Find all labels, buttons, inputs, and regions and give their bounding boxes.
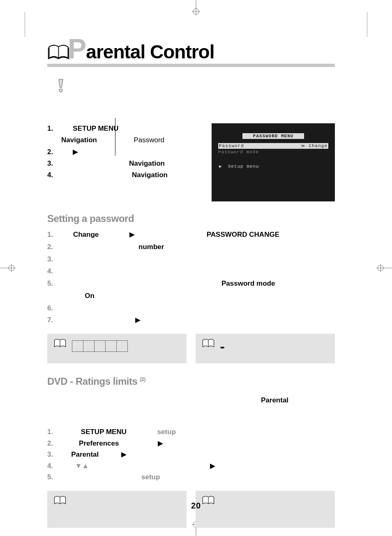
tv-setup-menu-label: Setup menu <box>228 164 259 169</box>
corner-mark <box>25 12 25 37</box>
number-word: number <box>138 243 164 251</box>
parental-word: Parental <box>71 451 99 458</box>
step-number: 3. <box>47 449 61 460</box>
step-text: number <box>65 241 335 253</box>
note-box-right: ➨ <box>196 334 335 363</box>
step-number: 1. <box>47 229 61 241</box>
page-title-row: Parental Control <box>47 39 335 63</box>
step-number: 5. <box>47 472 61 483</box>
crop-mark-right <box>376 260 392 276</box>
step-text: Navigation <box>61 170 183 180</box>
on-word: On <box>85 292 95 300</box>
navigation-word: Navigation <box>132 171 168 179</box>
parental-word: Parental <box>261 396 288 404</box>
step-text: ▶ <box>61 147 183 157</box>
page-content: Parental Control 1. SETUP MENU Navigatio… <box>47 39 335 528</box>
svg-point-17 <box>59 89 62 92</box>
step-number: 4. <box>47 170 57 180</box>
tv-row-password: Password ≫ Change <box>218 143 328 149</box>
step-text: SETUP MENU <box>61 123 183 134</box>
step-text: Navigation Password <box>61 135 183 146</box>
step-number: 6. <box>47 302 61 314</box>
password-steps: 1. Change ▶ PASSWORD CHANGE 2. number 3.… <box>47 229 335 326</box>
title-rest: arental Control <box>86 41 214 62</box>
note-box-left <box>47 491 187 528</box>
page-number: 20 <box>191 501 201 511</box>
arrow-right-icon: ➨ <box>220 344 225 351</box>
right-arrow-icon: ▶ <box>158 439 163 447</box>
change-word: Change <box>73 231 99 238</box>
setup-key: setup <box>141 473 160 481</box>
navigation-word: Navigation <box>61 136 97 144</box>
setup-key: setup <box>157 428 176 436</box>
step-text: Parental ▶ <box>65 449 335 460</box>
step-text: setup <box>65 472 335 483</box>
step-text: Preferences ▶ <box>65 438 335 449</box>
vertical-line <box>115 118 115 156</box>
note-row-1: ➨ <box>47 334 335 363</box>
book-icon <box>53 338 67 349</box>
book-icon <box>201 495 215 506</box>
tv-screenshot: PASSWORD MENU Password ≫ Change Password… <box>212 123 335 201</box>
right-arrow-icon: ▶ <box>121 451 127 458</box>
preferences-word: Preferences <box>79 439 119 447</box>
step-number: 7. <box>47 314 61 326</box>
step-number: 3. <box>47 253 61 266</box>
tv-menu-title: PASSWORD MENU <box>242 133 304 139</box>
step-text: SETUP MENU setup <box>65 427 335 437</box>
tv-bottom-row: ▶ Setup menu <box>219 164 330 169</box>
note-box-left <box>47 334 187 363</box>
right-arrow-icon: ▶ <box>135 316 141 324</box>
subheading-password: Setting a password <box>47 213 335 224</box>
step-text: ▼▲ ▶ <box>65 461 335 471</box>
right-arrow-icon: ▶ <box>210 462 215 470</box>
crop-mark-left <box>0 260 16 276</box>
footnote-marker: (2) <box>140 377 145 382</box>
step-text: Navigation <box>61 158 183 169</box>
step-number: 1. <box>47 123 57 134</box>
step-text: Change ▶ PASSWORD CHANGE <box>65 229 335 241</box>
step-number: 2. <box>47 147 57 157</box>
right-arrow-icon: ▶ <box>129 231 135 238</box>
subheading-ratings: DVD - Ratings limits (2) <box>47 376 335 387</box>
title-underline <box>47 64 335 67</box>
parental-line: Parental <box>47 396 335 404</box>
step-text: Password mode <box>65 277 335 290</box>
book-icon <box>53 495 67 506</box>
step-number: 2. <box>47 438 61 449</box>
navigation-word: Navigation <box>129 159 165 167</box>
tv-change-label: Change <box>309 143 327 148</box>
setup-menu-label: SETUP MENU <box>81 428 127 436</box>
crop-mark-top <box>188 0 204 16</box>
title-dropcap: P <box>68 33 86 64</box>
password-mode-label: Password mode <box>221 280 275 287</box>
exclamation-icon <box>55 79 67 93</box>
tv-arrow-icon: ≫ <box>300 143 306 148</box>
tv-row-mode: Password mode <box>218 150 328 155</box>
setup-menu-label: SETUP MENU <box>73 125 118 132</box>
tv-play-icon: ▶ <box>219 164 222 169</box>
password-boxes <box>72 340 181 352</box>
intro-block: 1. SETUP MENU Navigation Password 2. ▶ 3… <box>47 123 335 201</box>
corner-mark <box>367 12 367 37</box>
right-arrow-icon: ▶ <box>73 148 78 156</box>
step-number: 1. <box>47 427 61 437</box>
step-number: 4. <box>47 265 61 277</box>
book-icon <box>201 338 215 349</box>
step-number: 3. <box>47 158 57 169</box>
step-text: On <box>65 290 335 302</box>
book-icon <box>47 43 70 61</box>
password-change-label: PASSWORD CHANGE <box>207 231 279 238</box>
step-number: 5. <box>47 277 61 290</box>
password-word: Password <box>134 136 164 144</box>
step-number: 4. <box>47 461 61 471</box>
step-text: ▶ <box>65 314 335 326</box>
subheading-ratings-text: DVD - Ratings limits <box>47 376 140 387</box>
step-number: 2. <box>47 241 61 253</box>
up-down-arrows-icon: ▼▲ <box>75 462 89 470</box>
tv-mode-label: Password mode <box>218 150 328 155</box>
ratings-steps: 1. SETUP MENU setup 2. Preferences ▶ 3. … <box>47 427 335 483</box>
note-box-right <box>196 491 335 528</box>
tv-password-label: Password <box>219 143 297 148</box>
page-title: Parental Control <box>68 39 214 63</box>
